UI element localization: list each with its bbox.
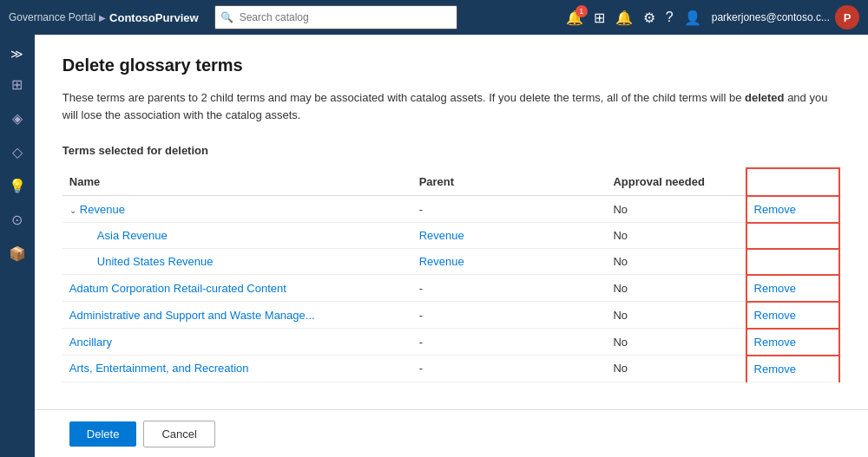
table-header-row: Name Parent Approval needed xyxy=(62,168,839,196)
term-parent-cell: Revenue xyxy=(412,223,607,249)
notification-button[interactable]: 🔔 1 xyxy=(566,10,583,26)
term-action-cell: Remove xyxy=(746,356,839,382)
col-header-approval: Approval needed xyxy=(606,168,746,196)
avatar: P xyxy=(835,5,859,29)
remove-button[interactable]: Remove xyxy=(754,336,796,349)
brand-area: Governance Portal ▶ ContosoPurview xyxy=(9,11,199,24)
term-name-cell: Administrative and Support and Waste Man… xyxy=(62,302,412,329)
term-action-cell: Remove xyxy=(746,329,839,356)
section-title: Terms selected for deletion xyxy=(62,144,840,157)
cancel-button[interactable]: Cancel xyxy=(143,421,214,447)
settings-button[interactable]: ⚙ xyxy=(643,10,655,26)
term-approval-cell: No xyxy=(606,302,746,329)
term-name-link[interactable]: United States Revenue xyxy=(97,255,214,268)
breadcrumb-chevron: ▶ xyxy=(99,13,106,23)
term-approval-cell: No xyxy=(606,249,746,275)
term-approval-cell: No xyxy=(606,196,746,223)
notification-badge: 1 xyxy=(575,5,588,17)
remove-button[interactable]: Remove xyxy=(754,282,796,295)
col-header-parent: Parent xyxy=(412,168,607,196)
main-area: Delete glossary terms These terms are pa… xyxy=(35,35,868,457)
sidebar-item-management[interactable]: ⊙ xyxy=(0,205,35,235)
sidebar-item-glossary[interactable]: ◇ xyxy=(0,137,35,167)
nav-icons: 🔔 1 ⊞ 🔔 ⚙ ? 👤 parkerjones@contoso.c... P xyxy=(566,5,859,29)
purview-label: ContosoPurview xyxy=(109,11,199,24)
apps-button[interactable]: ⊞ xyxy=(594,10,605,26)
col-header-action xyxy=(746,168,839,196)
terms-table: Name Parent Approval needed ⌄ Revenue-No… xyxy=(62,167,840,382)
term-approval-cell: No xyxy=(606,275,746,302)
term-name-cell: Asia Revenue xyxy=(62,223,412,249)
term-name-link[interactable]: Adatum Corporation Retail-curated Conten… xyxy=(69,282,286,295)
remove-button[interactable]: Remove xyxy=(754,203,796,216)
term-parent-cell: - xyxy=(412,329,607,356)
sidebar-item-insights[interactable]: 💡 xyxy=(0,171,35,201)
remove-button[interactable]: Remove xyxy=(754,309,796,322)
term-action-cell xyxy=(746,249,839,275)
term-action-cell: Remove xyxy=(746,275,839,302)
alerts-button[interactable]: 🔔 xyxy=(615,10,633,26)
term-approval-cell: No xyxy=(606,356,746,382)
term-name-link[interactable]: Revenue xyxy=(80,203,125,216)
term-name-cell: ⌄ Revenue xyxy=(62,196,412,223)
search-bar[interactable]: 🔍 xyxy=(214,5,457,29)
user-profile[interactable]: parkerjones@contoso.c... P xyxy=(712,5,859,29)
term-parent-cell: - xyxy=(412,356,607,382)
term-parent-cell: - xyxy=(412,275,607,302)
sidebar-item-home[interactable]: ⊞ xyxy=(0,69,35,100)
page-title: Delete glossary terms xyxy=(62,55,840,75)
term-name-link[interactable]: Asia Revenue xyxy=(97,229,168,242)
delete-button[interactable]: Delete xyxy=(69,421,137,447)
feedback-button[interactable]: 👤 xyxy=(684,10,701,26)
table-row: Adatum Corporation Retail-curated Conten… xyxy=(62,275,839,302)
table-row: Asia RevenueRevenueNo xyxy=(62,223,839,249)
term-parent-link[interactable]: Revenue xyxy=(419,229,464,242)
remove-button[interactable]: Remove xyxy=(754,362,796,375)
sidebar: ≫ ⊞ ◈ ◇ 💡 ⊙ 📦 xyxy=(0,35,35,457)
table-row: Ancillary-NoRemove xyxy=(62,329,839,356)
col-header-name: Name xyxy=(62,168,412,196)
term-action-cell: Remove xyxy=(746,196,839,223)
search-input[interactable] xyxy=(214,5,457,29)
term-name-cell: United States Revenue xyxy=(62,249,412,275)
term-parent-cell: - xyxy=(412,302,607,329)
term-name-link[interactable]: Administrative and Support and Waste Man… xyxy=(69,309,315,322)
help-button[interactable]: ? xyxy=(666,10,674,25)
table-row: Administrative and Support and Waste Man… xyxy=(62,302,839,329)
app-layout: ≫ ⊞ ◈ ◇ 💡 ⊙ 📦 Delete glossary terms Thes… xyxy=(0,35,868,457)
sidebar-item-data[interactable]: 📦 xyxy=(0,238,35,269)
scrollable-content: Delete glossary terms These terms are pa… xyxy=(35,35,868,457)
bottom-action-bar: Delete Cancel xyxy=(35,409,868,457)
sidebar-toggle[interactable]: ≫ xyxy=(0,42,35,66)
term-approval-cell: No xyxy=(606,223,746,249)
term-parent-cell: - xyxy=(412,196,607,223)
term-name-cell: Ancillary xyxy=(62,329,412,356)
term-name-link[interactable]: Arts, Entertainment, and Recreation xyxy=(69,362,249,375)
expand-chevron-icon[interactable]: ⌄ xyxy=(69,206,76,215)
table-row: United States RevenueRevenueNo xyxy=(62,249,839,275)
term-name-cell: Arts, Entertainment, and Recreation xyxy=(62,356,412,382)
top-navigation: Governance Portal ▶ ContosoPurview 🔍 🔔 1… xyxy=(0,0,868,35)
term-name-cell: Adatum Corporation Retail-curated Conten… xyxy=(62,275,412,302)
table-row: Arts, Entertainment, and Recreation-NoRe… xyxy=(62,356,839,382)
term-approval-cell: No xyxy=(606,329,746,356)
term-parent-link[interactable]: Revenue xyxy=(419,255,464,268)
term-parent-cell: Revenue xyxy=(412,249,607,275)
search-icon: 🔍 xyxy=(220,11,233,23)
portal-label: Governance Portal xyxy=(9,11,95,23)
term-name-link[interactable]: Ancillary xyxy=(69,336,112,349)
warning-highlight-deleted: deleted xyxy=(745,91,785,104)
warning-message: These terms are parents to 2 child terms… xyxy=(62,89,840,123)
table-row: ⌄ Revenue-NoRemove xyxy=(62,196,839,223)
sidebar-item-catalog[interactable]: ◈ xyxy=(0,103,35,134)
user-email: parkerjones@contoso.c... xyxy=(712,11,830,23)
term-action-cell xyxy=(746,223,839,249)
term-action-cell: Remove xyxy=(746,302,839,329)
